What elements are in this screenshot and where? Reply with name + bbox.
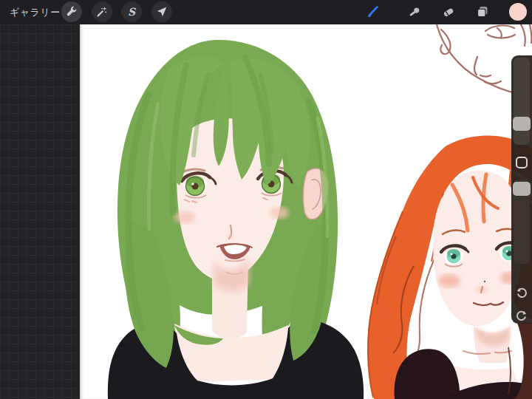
magic-wand-icon xyxy=(95,5,109,18)
drawing-canvas[interactable] xyxy=(80,24,532,399)
adjustments-button[interactable] xyxy=(92,1,112,22)
green-haired-girl xyxy=(108,40,364,399)
brush-size-handle[interactable] xyxy=(513,117,531,131)
paintbrush-icon xyxy=(366,4,381,19)
selection-s-icon: S xyxy=(125,5,138,18)
canvas-margin-grid xyxy=(0,24,80,399)
transform-button[interactable] xyxy=(151,1,172,22)
undo-arrow-icon xyxy=(515,285,528,299)
brush-size-slider[interactable] xyxy=(514,58,530,145)
brush-controls-sidebar xyxy=(511,55,532,324)
layers-button[interactable] xyxy=(472,1,493,22)
color-swatch[interactable] xyxy=(509,3,527,21)
modify-button[interactable] xyxy=(516,157,528,168)
layers-icon xyxy=(475,4,490,19)
wrench-icon xyxy=(65,5,78,18)
smudge-tool-button[interactable] xyxy=(404,1,425,22)
redo-button[interactable] xyxy=(514,307,530,323)
selection-button[interactable]: S xyxy=(121,1,142,22)
canvas-artwork xyxy=(80,24,532,399)
undo-button[interactable] xyxy=(514,284,530,300)
redo-arrow-icon xyxy=(515,308,528,321)
procreate-window: ギャラリー S xyxy=(0,0,532,399)
actions-button[interactable] xyxy=(61,1,82,22)
opacity-handle[interactable] xyxy=(513,182,531,196)
transform-arrow-icon xyxy=(155,5,168,18)
top-toolbar: ギャラリー S xyxy=(0,0,532,24)
paint-tool-button[interactable] xyxy=(363,1,383,22)
gallery-button[interactable]: ギャラリー xyxy=(10,0,61,24)
svg-text:S: S xyxy=(128,6,137,18)
eraser-icon xyxy=(441,4,456,19)
erase-tool-button[interactable] xyxy=(438,1,459,22)
orange-haired-girl xyxy=(367,136,532,399)
smudge-finger-icon xyxy=(407,4,422,19)
